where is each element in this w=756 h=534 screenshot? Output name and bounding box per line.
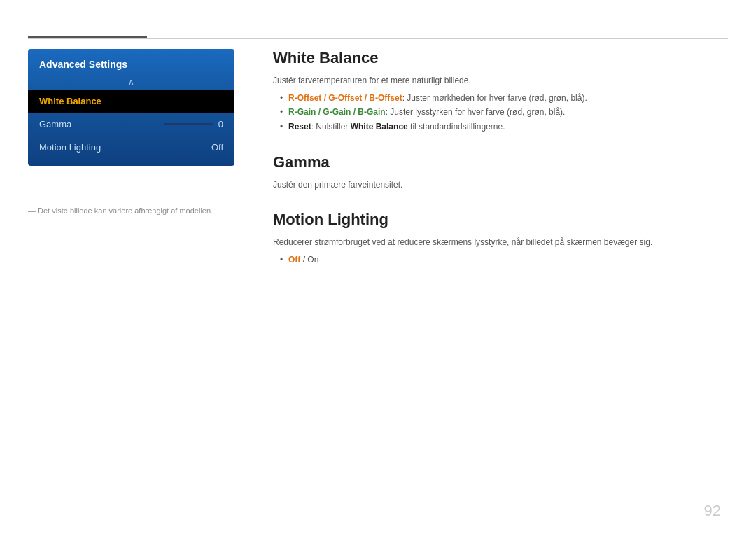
bullet-item: R-Gain / G-Gain / B-Gain: Juster lysstyr… (280, 105, 728, 119)
bullet-text-1: : Juster mørkheden for hver farve (rød, … (402, 93, 587, 103)
bullet-item: Reset: Nulstiller White Balance til stan… (280, 120, 728, 134)
bullet-item: R-Offset / G-Offset / B-Offset: Juster m… (280, 91, 728, 105)
gamma-slider-container: 0 (164, 119, 223, 129)
off-label: Off (288, 255, 300, 265)
motion-lighting-value: Off (211, 142, 223, 153)
sidebar-item-label: Motion Lighting (39, 142, 101, 153)
white-balance-title: White Balance (273, 49, 728, 67)
motion-lighting-desc: Reducerer strømforbruget ved at reducere… (273, 236, 728, 248)
section-gamma: Gamma Justér den primære farveintensitet… (273, 153, 728, 191)
on-label: / On (300, 255, 318, 265)
sidebar-item-white-balance[interactable]: White Balance (28, 90, 234, 113)
motion-lighting-title: Motion Lighting (273, 211, 728, 229)
r-gain-label: R-Gain / G-Gain / B-Gain (288, 107, 386, 117)
gamma-desc: Justér den primære farveintensitet. (273, 178, 728, 191)
sidebar-title: Advanced Settings (28, 49, 234, 77)
sidebar-item-motion-lighting[interactable]: Motion Lighting Off (28, 136, 234, 159)
r-offset-label: R-Offset / G-Offset / B-Offset (288, 93, 402, 103)
page-number: 92 (704, 502, 721, 520)
gamma-title: Gamma (273, 153, 728, 171)
sidebar-item-label: White Balance (39, 96, 102, 106)
section-white-balance: White Balance Justér farvetemperaturen f… (273, 49, 728, 134)
slider-bar (164, 123, 213, 125)
bullet-text-2: : Juster lysstyrken for hver farve (rød,… (386, 107, 566, 117)
sidebar-item-label: Gamma (39, 119, 71, 129)
reset-label: Reset (288, 122, 312, 132)
sidebar-chevron-icon: ∧ (28, 77, 234, 87)
white-balance-ref: White Balance (351, 122, 408, 132)
main-content: White Balance Justér farvetemperaturen f… (273, 49, 728, 287)
motion-lighting-bullets: Off / On (273, 253, 728, 267)
bullet-text-3a: : Nulstiller (312, 122, 351, 132)
sidebar-panel: Advanced Settings ∧ White Balance Gamma … (28, 49, 234, 166)
sidebar-item-gamma[interactable]: Gamma 0 (28, 113, 234, 136)
top-border (28, 38, 728, 39)
sidebar-note: — Det viste billede kan variere afhængig… (28, 206, 234, 215)
bullet-item: Off / On (280, 253, 728, 267)
white-balance-bullets: R-Offset / G-Offset / B-Offset: Juster m… (273, 91, 728, 134)
bullet-text-3b: til standardindstillingerne. (408, 122, 505, 132)
gamma-value: 0 (218, 119, 223, 129)
section-motion-lighting: Motion Lighting Reducerer strømforbruget… (273, 211, 728, 267)
white-balance-desc: Justér farvetemperaturen for et mere nat… (273, 74, 728, 87)
